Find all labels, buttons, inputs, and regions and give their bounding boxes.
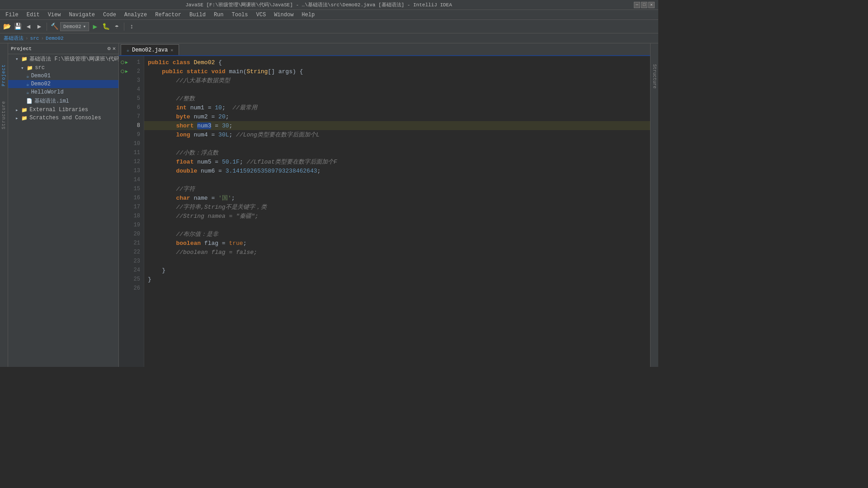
sidebar-item-project[interactable]: Project: [0, 61, 7, 89]
menu-item-edit[interactable]: Edit: [23, 11, 43, 19]
line-number: 9: [126, 130, 144, 139]
sidebar-tree-item[interactable]: 📄基础语法.iml: [8, 96, 118, 106]
toolbar-save-button[interactable]: 💾: [13, 22, 23, 32]
code-editor[interactable]: public class Demo02 { public static void…: [144, 56, 650, 367]
breadcrumb-part-1[interactable]: 基础语法: [4, 35, 24, 42]
code-line[interactable]: boolean flag = true;: [144, 239, 650, 248]
code-line[interactable]: //字符串,String不是关键字，类: [144, 202, 650, 211]
sidebar-tree: ▾ 📁基础语法 F:\班级管理\网课班\代码\JavaSE\基▾ 📁src☕De…: [8, 54, 118, 367]
menu-item-analyze[interactable]: Analyze: [121, 11, 151, 19]
code-line[interactable]: float num5 = 50.1F; //Lfloat类型要在数字后面加个F: [144, 157, 650, 166]
code-line[interactable]: public class Demo02 {: [144, 58, 650, 67]
code-line[interactable]: [144, 284, 650, 293]
gutter-line: [119, 266, 126, 275]
sidebar-tree-item[interactable]: ☕Demo02: [8, 80, 118, 88]
breadcrumb-part-3[interactable]: Demo02: [46, 36, 64, 41]
code-line[interactable]: long num4 = 30L; //Long类型要在数字后面加个L: [144, 130, 650, 139]
gutter-line: [119, 121, 126, 130]
breadcrumb-sep-2: ›: [41, 36, 44, 41]
close-button[interactable]: ✕: [648, 2, 655, 8]
code-line[interactable]: //布尔值：是非: [144, 230, 650, 239]
code-token: [226, 68, 229, 75]
code-token: =: [215, 168, 225, 174]
toolbar-open-button[interactable]: 📂: [2, 22, 12, 32]
line-number: 15: [126, 184, 144, 193]
code-line[interactable]: //八大基本数据类型: [144, 76, 650, 85]
debug-button[interactable]: 🐛: [101, 22, 111, 32]
code-line[interactable]: //整数: [144, 94, 650, 103]
line-number: 19: [126, 221, 144, 230]
right-tab-structure[interactable]: Structure: [651, 61, 658, 91]
sidebar-tree-item[interactable]: ▸ 📁Scratches and Consoles: [8, 114, 118, 122]
toolbar-forward-button[interactable]: ▶: [34, 22, 44, 32]
code-line[interactable]: byte num2 = 20;: [144, 112, 650, 121]
sidebar-gear-icon[interactable]: ⚙: [108, 45, 111, 52]
editor-content[interactable]: ▶1▶2345678910111213141516171819202122232…: [119, 56, 650, 367]
sidebar-tree-item[interactable]: ▾ 📁基础语法 F:\班级管理\网课班\代码\JavaSE\基: [8, 54, 118, 64]
menu-item-vcs[interactable]: VCS: [253, 11, 270, 19]
code-line[interactable]: int num1 = 10; //最常用: [144, 103, 650, 112]
sidebar-item-structure[interactable]: Structure: [0, 98, 7, 132]
toolbar-build-button[interactable]: 🔨: [49, 22, 59, 32]
code-line[interactable]: }: [144, 266, 650, 275]
code-line[interactable]: [144, 139, 650, 148]
chevron-down-icon: ▾: [83, 23, 86, 29]
sidebar-tree-item[interactable]: ☕HelloWorld: [8, 88, 118, 96]
code-line[interactable]: //小数：浮点数: [144, 148, 650, 157]
code-line[interactable]: //String namea = "秦疆";: [144, 211, 650, 221]
toolbar-git-button[interactable]: ↕: [127, 22, 137, 32]
code-token: 50.1F: [222, 159, 240, 165]
code-line[interactable]: double num6 = 3.141592653589793238462643…: [144, 166, 650, 175]
sidebar-tree-item[interactable]: ▸ 📁External Libraries: [8, 106, 118, 114]
sidebar-tree-item[interactable]: ▾ 📁src: [8, 64, 118, 72]
menu-item-tools[interactable]: Tools: [228, 11, 252, 19]
menu-item-file[interactable]: File: [2, 11, 22, 19]
code-line[interactable]: char name = '国';: [144, 193, 650, 202]
code-token: //布尔值：是非: [148, 230, 218, 238]
code-line[interactable]: [144, 221, 650, 230]
menu-item-code[interactable]: Code: [99, 11, 120, 19]
code-line[interactable]: [144, 175, 650, 184]
toolbar-config-dropdown[interactable]: Demo02 ▾: [60, 22, 89, 31]
menu-item-build[interactable]: Build: [186, 11, 209, 19]
code-line[interactable]: }: [144, 275, 650, 284]
code-token: class: [173, 59, 190, 66]
minimize-button[interactable]: ─: [634, 2, 640, 8]
code-line[interactable]: [144, 257, 650, 266]
tab-demo02[interactable]: ☕ Demo02.java ✕: [121, 44, 179, 55]
code-line[interactable]: public static void main(String[] args) {: [144, 67, 650, 76]
code-line[interactable]: //boolean flag = false;: [144, 248, 650, 257]
maximize-button[interactable]: □: [641, 2, 647, 8]
run-line-icon[interactable]: ▶: [125, 60, 128, 65]
sidebar-tree-item[interactable]: ☕Demo01: [8, 72, 118, 80]
sidebar-close-icon[interactable]: ✕: [113, 45, 116, 52]
code-token: [208, 68, 212, 75]
menu-item-navigate[interactable]: Navigate: [65, 11, 99, 19]
code-token: =: [208, 131, 218, 138]
line-numbers: ▶1▶2345678910111213141516171819202122232…: [126, 56, 144, 367]
gutter-line: [119, 248, 126, 257]
gutter-line: [119, 230, 126, 239]
code-token: [148, 113, 176, 120]
toolbar-back-button[interactable]: ◀: [24, 22, 33, 32]
toolbar-coverage-button[interactable]: ☂: [112, 22, 122, 32]
run-button[interactable]: ▶: [90, 22, 100, 32]
breadcrumb-part-2[interactable]: src: [30, 36, 39, 41]
menu-item-refactor[interactable]: Refactor: [151, 11, 185, 19]
tab-demo02-close[interactable]: ✕: [170, 47, 173, 53]
run-line-icon[interactable]: ▶: [125, 69, 128, 74]
code-token: [148, 122, 176, 129]
code-line[interactable]: //字符: [144, 184, 650, 193]
code-token: ;: [229, 122, 232, 129]
line-number: 21: [126, 239, 144, 248]
code-token: //小数：浮点数: [148, 149, 218, 157]
menu-item-window[interactable]: Window: [270, 11, 297, 19]
menu-item-help[interactable]: Help: [298, 11, 318, 19]
menu-item-run[interactable]: Run: [210, 11, 227, 19]
breakpoint-dot: [121, 61, 124, 64]
code-token: //boolean flag = false;: [148, 249, 257, 256]
tree-item-label: HelloWorld: [31, 89, 64, 95]
code-line[interactable]: short num3 = 30;: [144, 121, 650, 130]
code-line[interactable]: [144, 85, 650, 94]
menu-item-view[interactable]: View: [44, 11, 65, 19]
